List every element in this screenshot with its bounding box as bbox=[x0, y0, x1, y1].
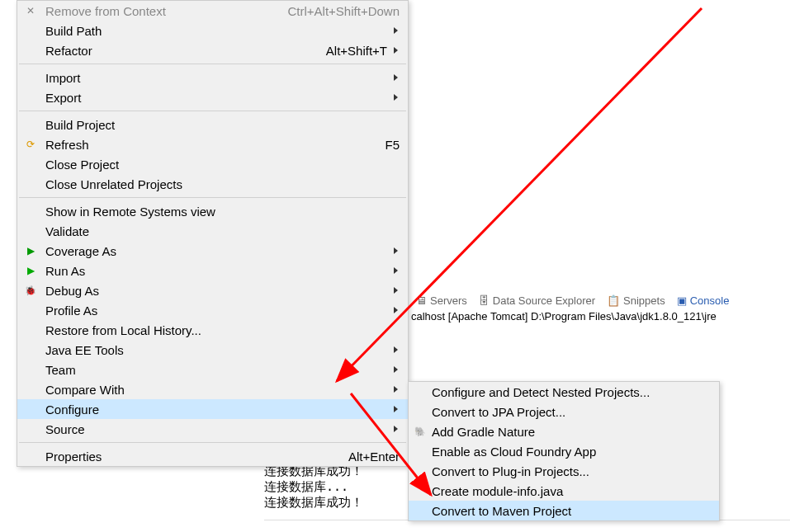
tabs-row: 🖥 Servers 🗄 Data Source Explorer 📋 Snipp… bbox=[411, 293, 734, 308]
menu-label: Refactor bbox=[45, 44, 326, 58]
menu-label: Add Gradle Nature bbox=[432, 425, 712, 439]
menu-label: Coverage As bbox=[45, 244, 389, 258]
tab-label: Data Source Explorer bbox=[493, 294, 595, 307]
server-icon: 🖥 bbox=[416, 294, 427, 307]
submenu-item-convert-plugin[interactable]: Convert to Plug-in Projects... bbox=[409, 461, 719, 481]
menu-label: Convert to Plug-in Projects... bbox=[432, 464, 712, 478]
menu-label: Remove from Context bbox=[45, 4, 288, 18]
menu-item-refresh[interactable]: ⟳ Refresh F5 bbox=[17, 134, 408, 154]
tab-label: Snippets bbox=[623, 294, 665, 307]
gradle-icon: 🐘 bbox=[414, 425, 427, 438]
menu-shortcut: Alt+Shift+T bbox=[326, 44, 387, 58]
chevron-right-icon bbox=[394, 74, 398, 81]
chevron-right-icon bbox=[394, 406, 398, 412]
menu-item-show-remote[interactable]: Show in Remote Systems view bbox=[17, 201, 408, 221]
menu-label: Refresh bbox=[45, 138, 385, 152]
database-icon: 🗄 bbox=[479, 294, 490, 307]
menu-item-team[interactable]: Team bbox=[17, 360, 408, 379]
refresh-icon: ⟳ bbox=[24, 138, 37, 151]
menu-label: Export bbox=[45, 91, 389, 105]
menu-label: Create module-info.java bbox=[432, 484, 712, 498]
menu-label: Enable as Cloud Foundry App bbox=[432, 445, 712, 459]
console-line: 连接数据库... bbox=[264, 479, 363, 495]
coverage-icon: ▶ bbox=[24, 244, 37, 257]
menu-label: Build Project bbox=[45, 118, 401, 132]
tab-servers[interactable]: 🖥 Servers bbox=[411, 293, 472, 308]
submenu-item-add-gradle[interactable]: 🐘 Add Gradle Nature bbox=[409, 421, 719, 441]
menu-item-build-project[interactable]: Build Project bbox=[17, 115, 408, 134]
submenu-item-convert-jpa[interactable]: Convert to JPA Project... bbox=[409, 402, 719, 421]
menu-label: Restore from Local History... bbox=[45, 323, 401, 337]
menu-item-debug-as[interactable]: 🐞 Debug As bbox=[17, 280, 408, 300]
menu-label: Source bbox=[45, 422, 389, 436]
menu-item-validate[interactable]: Validate bbox=[17, 221, 408, 241]
menu-label: Build Path bbox=[45, 24, 389, 38]
menu-item-coverage-as[interactable]: ▶ Coverage As bbox=[17, 241, 408, 261]
menu-item-build-path[interactable]: Build Path bbox=[17, 21, 408, 40]
menu-item-remove-from-context[interactable]: ✕ Remove from Context Ctrl+Alt+Shift+Dow… bbox=[17, 1, 408, 21]
tab-snippets[interactable]: 📋 Snippets bbox=[602, 293, 670, 308]
menu-separator bbox=[19, 442, 406, 443]
menu-shortcut: F5 bbox=[385, 138, 400, 152]
menu-label: Java EE Tools bbox=[45, 343, 389, 357]
chevron-right-icon bbox=[394, 27, 398, 34]
menu-separator bbox=[19, 64, 406, 64]
console-icon: ▣ bbox=[677, 294, 687, 307]
menu-item-restore-history[interactable]: Restore from Local History... bbox=[17, 320, 408, 340]
menu-label: Profile As bbox=[45, 304, 389, 318]
console-line: 连接数据库成功！ bbox=[264, 495, 363, 511]
menu-item-properties[interactable]: Properties Alt+Enter bbox=[17, 446, 408, 466]
menu-label: Configure bbox=[45, 403, 389, 417]
submenu-item-cloud-foundry[interactable]: Enable as Cloud Foundry App bbox=[409, 441, 719, 461]
configure-submenu: Configure and Detect Nested Projects... … bbox=[408, 381, 720, 521]
menu-shortcut: Ctrl+Alt+Shift+Down bbox=[288, 4, 400, 18]
menu-item-java-ee-tools[interactable]: Java EE Tools bbox=[17, 340, 408, 360]
menu-label: Run As bbox=[45, 264, 389, 278]
menu-label: Properties bbox=[45, 450, 348, 464]
menu-item-run-as[interactable]: ▶ Run As bbox=[17, 261, 408, 280]
remove-icon: ✕ bbox=[24, 4, 37, 17]
menu-item-refactor[interactable]: Refactor Alt+Shift+T bbox=[17, 40, 408, 60]
run-icon: ▶ bbox=[24, 264, 37, 277]
menu-item-source[interactable]: Source bbox=[17, 419, 408, 439]
menu-label: Convert to JPA Project... bbox=[432, 405, 712, 419]
menu-item-compare-with[interactable]: Compare With bbox=[17, 379, 408, 399]
context-menu: ✕ Remove from Context Ctrl+Alt+Shift+Dow… bbox=[17, 0, 409, 467]
chevron-right-icon bbox=[394, 307, 398, 313]
menu-label: Validate bbox=[45, 224, 401, 238]
menu-item-configure[interactable]: Configure bbox=[17, 399, 408, 419]
menu-label: Convert to Maven Project bbox=[432, 504, 712, 518]
snippets-icon: 📋 bbox=[607, 294, 620, 307]
chevron-right-icon bbox=[394, 94, 398, 101]
chevron-right-icon bbox=[394, 47, 398, 54]
menu-shortcut: Alt+Enter bbox=[348, 450, 400, 464]
chevron-right-icon bbox=[394, 366, 398, 373]
menu-item-import[interactable]: Import bbox=[17, 68, 408, 87]
console-status-line: calhost [Apache Tomcat] D:\Program Files… bbox=[411, 310, 717, 322]
tab-data-source-explorer[interactable]: 🗄 Data Source Explorer bbox=[474, 293, 600, 308]
menu-label: Configure and Detect Nested Projects... bbox=[432, 385, 712, 399]
menu-label: Team bbox=[45, 363, 389, 377]
tab-label: Console bbox=[690, 294, 730, 307]
chevron-right-icon bbox=[394, 287, 398, 294]
submenu-item-convert-maven[interactable]: Convert to Maven Project bbox=[409, 501, 719, 520]
debug-icon: 🐞 bbox=[24, 284, 37, 297]
menu-item-close-unrelated[interactable]: Close Unrelated Projects bbox=[17, 174, 408, 194]
menu-label: Debug As bbox=[45, 284, 389, 298]
menu-separator bbox=[19, 111, 406, 111]
submenu-item-detect-nested[interactable]: Configure and Detect Nested Projects... bbox=[409, 382, 719, 402]
submenu-item-create-module-info[interactable]: Create module-info.java bbox=[409, 481, 719, 501]
chevron-right-icon bbox=[394, 386, 398, 393]
chevron-right-icon bbox=[394, 426, 398, 432]
tab-label: Servers bbox=[430, 294, 467, 307]
menu-label: Close Unrelated Projects bbox=[45, 177, 401, 191]
chevron-right-icon bbox=[394, 247, 398, 254]
tab-console[interactable]: ▣ Console bbox=[672, 293, 735, 308]
menu-item-export[interactable]: Export bbox=[17, 87, 408, 107]
menu-label: Compare With bbox=[45, 383, 389, 397]
chevron-right-icon bbox=[394, 267, 398, 274]
menu-separator bbox=[19, 197, 406, 198]
menu-label: Close Project bbox=[45, 158, 401, 172]
menu-item-profile-as[interactable]: Profile As bbox=[17, 300, 408, 320]
menu-item-close-project[interactable]: Close Project bbox=[17, 154, 408, 174]
